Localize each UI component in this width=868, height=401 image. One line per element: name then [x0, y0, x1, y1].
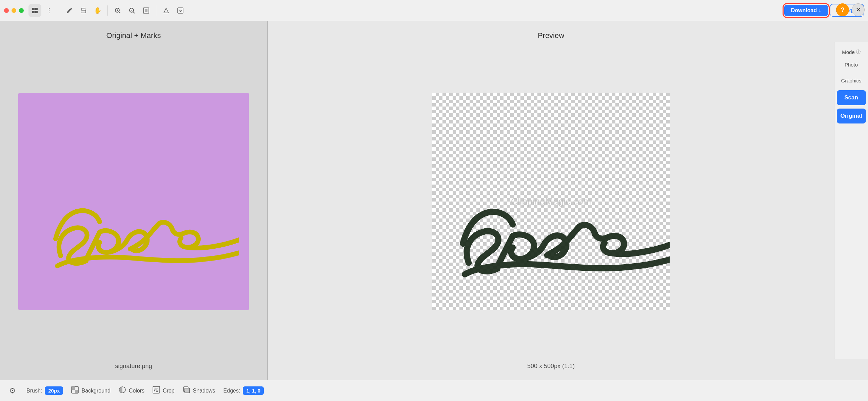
shadows-tool-item[interactable]: Shadows: [183, 386, 215, 395]
svg-rect-15: [145, 9, 147, 12]
edges-tool-item: Edges: 1, 1, 0: [223, 386, 264, 395]
brush-label: Brush:: [26, 388, 42, 394]
crop-icon: [153, 386, 160, 395]
svg-rect-6: [82, 8, 85, 10]
edges-value[interactable]: 1, 1, 0: [243, 386, 264, 395]
toolbar-nav-group: ✋: [63, 4, 104, 17]
original-button[interactable]: Original: [837, 109, 866, 123]
colors-tool-item[interactable]: Colors: [119, 386, 144, 395]
left-panel-title: Original + Marks: [106, 28, 161, 40]
mode-info-icon: ⓘ: [856, 49, 861, 55]
svg-text:A: A: [180, 9, 182, 13]
top-right-buttons: ? ✕: [836, 3, 865, 16]
signature-marks-svg: [28, 107, 239, 297]
shadows-label: Shadows: [193, 388, 215, 394]
fit-to-screen-button[interactable]: [140, 4, 153, 17]
preview-size-label: 500 x 500px (1:1): [527, 363, 575, 373]
help-button[interactable]: ?: [836, 3, 849, 16]
brush-tool-item: Brush: 20px: [26, 386, 63, 395]
colors-icon: [119, 386, 126, 395]
hand-tool-button[interactable]: ✋: [91, 4, 104, 17]
right-inner: Preview ClippingMagic.com: [268, 21, 868, 380]
svg-rect-1: [35, 8, 38, 10]
svg-rect-24: [75, 390, 78, 393]
toolbar-text-group: A A: [160, 4, 187, 17]
traffic-lights: ✕ − +: [4, 8, 24, 13]
original-image-container: [7, 40, 260, 363]
svg-rect-23: [72, 386, 75, 390]
dots-menu-button[interactable]: ⋮: [43, 4, 56, 17]
svg-line-10: [119, 12, 120, 13]
toolbar-tools-group: ⋮: [28, 4, 56, 17]
paint-tool-button[interactable]: [63, 4, 76, 17]
triangle-tool-button[interactable]: [160, 4, 173, 17]
svg-rect-0: [32, 8, 35, 10]
checkerboard-bg: ClippingMagic.com: [432, 93, 670, 310]
crop-label: Crop: [163, 388, 175, 394]
svg-rect-3: [35, 11, 38, 13]
mode-sidebar: Mode ⓘ Photo Graphics Scan Original: [834, 42, 868, 359]
preview-image-container: ClippingMagic.com: [275, 40, 827, 363]
svg-point-4: [71, 8, 72, 9]
background-label: Background: [81, 388, 110, 394]
bottom-toolbar: ⚙ Brush: 20px Background Colors: [0, 380, 868, 401]
svg-rect-30: [185, 388, 190, 393]
toolbar-sep-2: [107, 5, 108, 16]
toolbar-sep-3: [156, 5, 156, 16]
top-toolbar: ✕ − + ⋮ ✋: [0, 0, 868, 21]
svg-rect-2: [32, 11, 35, 13]
brush-value[interactable]: 20px: [45, 386, 63, 395]
maximize-window-button[interactable]: +: [19, 8, 24, 13]
main-content: Original + Marks: [0, 21, 868, 380]
shadows-icon: [183, 386, 190, 395]
right-section: Preview ClippingMagic.com: [268, 21, 868, 380]
right-panel-title: Preview: [538, 28, 564, 40]
colors-label: Colors: [129, 388, 144, 394]
text-tool-button[interactable]: A A: [174, 4, 187, 17]
eraser-tool-button[interactable]: [77, 4, 90, 17]
toolbar-zoom-group: [111, 4, 153, 17]
svg-rect-5: [81, 10, 86, 13]
zoom-in-button[interactable]: [111, 4, 124, 17]
left-panel-filename: signature.png: [115, 363, 152, 373]
scan-button[interactable]: Scan: [837, 90, 866, 105]
signature-preview-svg: [432, 93, 670, 310]
minimize-window-button[interactable]: −: [12, 8, 16, 13]
download-button[interactable]: Download ↓: [784, 5, 828, 16]
original-image[interactable]: [18, 93, 249, 310]
mode-text: Mode: [842, 49, 855, 55]
photo-mode-option[interactable]: Photo: [837, 58, 866, 71]
graphics-mode-option[interactable]: Graphics: [837, 74, 866, 87]
settings-button[interactable]: ⚙: [7, 385, 18, 397]
crop-tool-item[interactable]: Crop: [153, 386, 175, 395]
close-button[interactable]: ✕: [852, 3, 865, 16]
background-tool-item[interactable]: Background: [71, 386, 110, 395]
mode-section-label: Mode ⓘ: [842, 49, 861, 55]
left-panel: Original + Marks: [0, 21, 268, 380]
svg-line-13: [133, 12, 135, 13]
toolbar-sep-1: [59, 5, 59, 16]
zoom-out-button[interactable]: [125, 4, 138, 17]
view-mode-button[interactable]: [28, 4, 41, 17]
edges-label: Edges:: [223, 388, 240, 394]
svg-marker-16: [164, 8, 169, 13]
svg-line-27: [155, 388, 158, 392]
close-window-button[interactable]: ✕: [4, 8, 9, 13]
background-icon: [71, 386, 79, 395]
